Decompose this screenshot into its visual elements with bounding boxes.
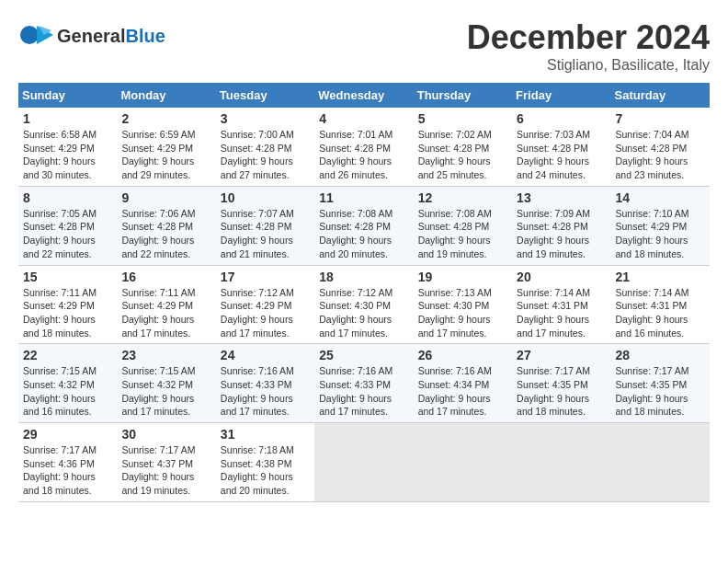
calendar-day-6: 6Sunrise: 7:03 AMSunset: 4:28 PMDaylight…: [512, 108, 610, 186]
calendar-week-4: 22Sunrise: 7:15 AMSunset: 4:32 PMDayligh…: [18, 344, 710, 423]
calendar-day-4: 4Sunrise: 7:01 AMSunset: 4:28 PMDaylight…: [314, 108, 413, 186]
calendar-empty-cell: [314, 423, 413, 502]
calendar-day-21: 21Sunrise: 7:14 AMSunset: 4:31 PMDayligh…: [611, 265, 710, 344]
calendar-day-15: 15Sunrise: 7:11 AMSunset: 4:29 PMDayligh…: [18, 265, 117, 344]
calendar-table: SundayMondayTuesdayWednesdayThursdayFrid…: [18, 83, 710, 502]
calendar-day-3: 3Sunrise: 7:00 AMSunset: 4:28 PMDaylight…: [216, 108, 314, 186]
page-header: GeneralBlue December 2024 Stigliano, Bas…: [18, 18, 710, 74]
calendar-day-8: 8Sunrise: 7:05 AMSunset: 4:28 PMDaylight…: [18, 186, 117, 265]
calendar-week-3: 15Sunrise: 7:11 AMSunset: 4:29 PMDayligh…: [18, 265, 710, 344]
calendar-day-27: 27Sunrise: 7:17 AMSunset: 4:35 PMDayligh…: [512, 344, 610, 423]
logo-general: General: [57, 26, 125, 46]
calendar-day-7: 7Sunrise: 7:04 AMSunset: 4:28 PMDaylight…: [611, 108, 710, 186]
calendar-day-16: 16Sunrise: 7:11 AMSunset: 4:29 PMDayligh…: [117, 265, 215, 344]
weekday-header-wednesday: Wednesday: [314, 83, 413, 108]
calendar-empty-cell: [414, 423, 512, 502]
weekday-header-friday: Friday: [512, 83, 610, 108]
weekday-header-saturday: Saturday: [611, 83, 710, 108]
calendar-day-28: 28Sunrise: 7:17 AMSunset: 4:35 PMDayligh…: [611, 344, 710, 423]
logo: GeneralBlue: [18, 18, 165, 53]
calendar-day-26: 26Sunrise: 7:16 AMSunset: 4:34 PMDayligh…: [414, 344, 512, 423]
svg-point-0: [20, 26, 39, 44]
calendar-day-17: 17Sunrise: 7:12 AMSunset: 4:29 PMDayligh…: [216, 265, 314, 344]
calendar-day-9: 9Sunrise: 7:06 AMSunset: 4:28 PMDaylight…: [117, 186, 215, 265]
calendar-week-2: 8Sunrise: 7:05 AMSunset: 4:28 PMDaylight…: [18, 186, 710, 265]
calendar-day-20: 20Sunrise: 7:14 AMSunset: 4:31 PMDayligh…: [512, 265, 610, 344]
title-block: December 2024 Stigliano, Basilicate, Ita…: [467, 18, 710, 74]
calendar-empty-cell: [512, 423, 610, 502]
calendar-day-22: 22Sunrise: 7:15 AMSunset: 4:32 PMDayligh…: [18, 344, 117, 423]
month-title: December 2024: [467, 18, 710, 57]
calendar-day-14: 14Sunrise: 7:10 AMSunset: 4:29 PMDayligh…: [611, 186, 710, 265]
logo-blue-text: Blue: [125, 26, 165, 46]
calendar-day-23: 23Sunrise: 7:15 AMSunset: 4:32 PMDayligh…: [117, 344, 215, 423]
weekday-header-row: SundayMondayTuesdayWednesdayThursdayFrid…: [18, 83, 710, 108]
calendar-day-12: 12Sunrise: 7:08 AMSunset: 4:28 PMDayligh…: [414, 186, 512, 265]
weekday-header-monday: Monday: [117, 83, 215, 108]
calendar-day-19: 19Sunrise: 7:13 AMSunset: 4:30 PMDayligh…: [414, 265, 512, 344]
calendar-day-25: 25Sunrise: 7:16 AMSunset: 4:33 PMDayligh…: [314, 344, 413, 423]
calendar-day-30: 30Sunrise: 7:17 AMSunset: 4:37 PMDayligh…: [117, 423, 215, 502]
calendar-day-13: 13Sunrise: 7:09 AMSunset: 4:28 PMDayligh…: [512, 186, 610, 265]
calendar-week-1: 1Sunrise: 6:58 AMSunset: 4:29 PMDaylight…: [18, 108, 710, 186]
weekday-header-tuesday: Tuesday: [216, 83, 314, 108]
weekday-header-sunday: Sunday: [18, 83, 117, 108]
calendar-day-18: 18Sunrise: 7:12 AMSunset: 4:30 PMDayligh…: [314, 265, 413, 344]
logo-icon: [18, 18, 53, 53]
location-subtitle: Stigliano, Basilicate, Italy: [467, 57, 710, 74]
calendar-day-5: 5Sunrise: 7:02 AMSunset: 4:28 PMDaylight…: [414, 108, 512, 186]
calendar-day-2: 2Sunrise: 6:59 AMSunset: 4:29 PMDaylight…: [117, 108, 215, 186]
calendar-day-1: 1Sunrise: 6:58 AMSunset: 4:29 PMDaylight…: [18, 108, 117, 186]
calendar-day-24: 24Sunrise: 7:16 AMSunset: 4:33 PMDayligh…: [216, 344, 314, 423]
calendar-empty-cell: [611, 423, 710, 502]
calendar-day-10: 10Sunrise: 7:07 AMSunset: 4:28 PMDayligh…: [216, 186, 314, 265]
calendar-day-31: 31Sunrise: 7:18 AMSunset: 4:38 PMDayligh…: [216, 423, 314, 502]
calendar-day-11: 11Sunrise: 7:08 AMSunset: 4:28 PMDayligh…: [314, 186, 413, 265]
calendar-week-5: 29Sunrise: 7:17 AMSunset: 4:36 PMDayligh…: [18, 423, 710, 502]
calendar-day-29: 29Sunrise: 7:17 AMSunset: 4:36 PMDayligh…: [18, 423, 117, 502]
weekday-header-thursday: Thursday: [414, 83, 512, 108]
logo-text: GeneralBlue: [57, 26, 165, 46]
